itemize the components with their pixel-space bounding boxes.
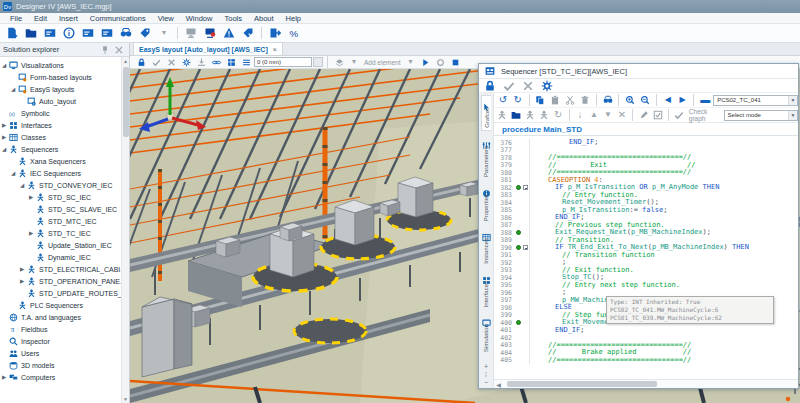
step-tool-icon[interactable]	[496, 109, 509, 122]
redo-icon[interactable]: ↻	[511, 94, 525, 107]
apply-check-icon[interactable]	[149, 56, 163, 68]
tree-item-std-electrical-cabi[interactable]: ▶STD_ELECTRICAL_CABI...	[0, 263, 121, 275]
tree-expander-icon[interactable]: ◢	[9, 170, 17, 176]
plc-selector[interactable]: PCS02_TC_041▼	[713, 95, 798, 106]
tree-item-dynamic-iec[interactable]: Dynamic_IEC	[0, 251, 121, 263]
tree-scrollbar[interactable]: ▲ ▼	[121, 57, 129, 403]
list-menu-icon[interactable]	[239, 56, 253, 68]
scroll-down-icon[interactable]: ▼	[123, 395, 128, 403]
info-icon[interactable]	[60, 25, 78, 41]
add-element-caret[interactable]: ▾	[404, 56, 418, 68]
tag-filter-icon[interactable]	[239, 25, 257, 41]
import-icon[interactable]	[194, 56, 208, 68]
menu-file[interactable]: File	[4, 13, 28, 24]
collapse-dash-icon[interactable]: ▬	[698, 94, 712, 107]
tree-item-t-a-and-languages[interactable]: T.A. and languages	[0, 311, 121, 323]
hscrollbar-thumb[interactable]	[507, 381, 657, 387]
close-icon[interactable]	[112, 43, 126, 56]
tree-expander-icon[interactable]: ▶	[27, 194, 35, 200]
tree-item-std-tc-iec[interactable]: ▶STD_TC_IEC	[0, 227, 121, 239]
card-view-icon[interactable]	[79, 25, 97, 41]
layers-icon[interactable]	[332, 56, 346, 68]
checkbox-icon[interactable]	[651, 109, 664, 122]
tree-item-visualizations[interactable]: ◢Visualizations	[0, 59, 121, 71]
tab-close-icon[interactable]: ×	[273, 46, 277, 53]
side-tab-grafcet[interactable]: Grafcet	[481, 95, 491, 131]
measure-picker-button[interactable]	[313, 57, 323, 67]
play-icon[interactable]	[419, 56, 433, 68]
menu-view[interactable]: View	[152, 13, 180, 24]
breakpoint-dot-icon[interactable]	[514, 230, 522, 235]
side-tab-interfaces[interactable]: Interfaces	[482, 269, 491, 309]
save-card-icon[interactable]	[41, 25, 59, 41]
tree-item-update-station-iec[interactable]: Update_Station_IEC	[0, 239, 121, 251]
menu-insert[interactable]: Insert	[53, 13, 84, 24]
lock-icon[interactable]	[481, 78, 499, 94]
cut-icon[interactable]	[563, 94, 577, 107]
lock-icon[interactable]	[134, 56, 148, 68]
side-tab-properties[interactable]: Properties	[482, 182, 491, 223]
tree-item-inspector[interactable]: Inspector	[0, 335, 121, 347]
fold-collapse-icon[interactable]	[522, 184, 530, 192]
sequencer-titlebar[interactable]: Sequencer [STD_TC_IEC][AWS_IEC]	[479, 64, 798, 79]
refresh-gear-icon[interactable]	[179, 56, 193, 68]
paste-icon[interactable]	[548, 94, 562, 107]
open-project-icon[interactable]	[22, 25, 40, 41]
zoom-out-icon[interactable]	[638, 94, 652, 107]
new-project-icon[interactable]	[3, 25, 21, 41]
computer-offline-icon[interactable]	[201, 25, 219, 41]
measure-input[interactable]	[254, 57, 312, 67]
percent-settings-icon[interactable]: %	[285, 25, 303, 41]
fold-collapse-icon[interactable]	[522, 244, 530, 252]
code-editor[interactable]: 376END_IF;377378//======================…	[494, 136, 798, 379]
tree-item-sequencers[interactable]: ◢Sequencers	[0, 143, 121, 155]
computer-online-icon[interactable]	[182, 25, 200, 41]
pin-icon[interactable]	[98, 43, 112, 56]
menu-window[interactable]: Window	[180, 13, 219, 24]
side-tab-instances[interactable]: Instances	[482, 226, 491, 266]
scroll-left-icon[interactable]: ◀	[494, 381, 503, 388]
tree-item-std-conveyor-iec[interactable]: ◢STD_CONVEYOR_IEC	[0, 179, 121, 191]
tree-expander-icon[interactable]: ▶	[0, 122, 8, 128]
zoom-in-icon[interactable]	[623, 94, 637, 107]
tree-item-xana-sequencers[interactable]: Xana Sequencers	[0, 155, 121, 167]
breakpoint-dot-icon[interactable]	[514, 185, 522, 190]
tree-item-auto-layout[interactable]: Auto_layout	[0, 95, 121, 107]
zoom-plus-button[interactable]: +	[484, 363, 488, 370]
code-horizontal-scrollbar[interactable]: ◀	[494, 379, 798, 388]
tree-item-3d-models[interactable]: 3D models	[0, 359, 121, 371]
breakpoint-dot-icon[interactable]	[514, 245, 522, 250]
tree-item-std-operation-pane[interactable]: ▶STD_OPERATION_PANE...	[0, 275, 121, 287]
tree-item-std-update-routes-iec[interactable]: STD_UPDATE_ROUTES_IEC	[0, 287, 121, 299]
card-list-icon[interactable]	[98, 25, 116, 41]
side-tab-simulation[interactable]: Simulation	[482, 312, 491, 354]
navigate-forward-icon[interactable]: ▶	[676, 94, 690, 107]
tag-icon[interactable]	[136, 25, 154, 41]
tree-expander-icon[interactable]: ◢	[0, 62, 8, 68]
tag-dropdown-caret[interactable]: ▾	[155, 25, 173, 41]
settings-gear-icon[interactable]	[538, 78, 556, 94]
tab-easys-layout[interactable]: EasyS layout [Auto_layout] [AWS_IEC] ×	[133, 42, 283, 55]
search-binoculars-icon[interactable]	[117, 25, 135, 41]
tree-item-users[interactable]: Users	[0, 347, 121, 359]
cancel-x-icon[interactable]	[164, 56, 178, 68]
tree-expander-icon[interactable]: ◢	[9, 86, 17, 92]
remove-x-icon[interactable]: ✕	[615, 109, 628, 122]
menu-communications[interactable]: Communications	[84, 13, 152, 24]
tree-item-easys-layouts[interactable]: ◢EasyS layouts	[0, 83, 121, 95]
scroll-up-icon[interactable]: ▲	[123, 57, 128, 65]
pen-icon[interactable]	[637, 109, 650, 122]
tree-item-classes[interactable]: ▶Classes	[0, 131, 121, 143]
tree-item-std-sc-iec[interactable]: ▶STD_SC_IEC	[0, 191, 121, 203]
delete-icon[interactable]	[578, 94, 592, 107]
move-down-icon[interactable]: ↓	[574, 109, 587, 122]
find-binoculars-icon[interactable]	[601, 94, 615, 107]
zoom-minus-button[interactable]: −	[484, 379, 488, 386]
tree-item-form-based-layouts[interactable]: Form-based layouts	[0, 71, 121, 83]
tree-expander-icon[interactable]: ▶	[18, 266, 26, 272]
align-bottom-icon[interactable]: ▼	[601, 109, 614, 122]
tree-item-interfaces[interactable]: ▶Interfaces	[0, 119, 121, 131]
snap-grid-icon[interactable]	[224, 56, 238, 68]
layers-caret[interactable]: ▾	[347, 56, 361, 68]
step-add-icon[interactable]	[524, 109, 537, 122]
